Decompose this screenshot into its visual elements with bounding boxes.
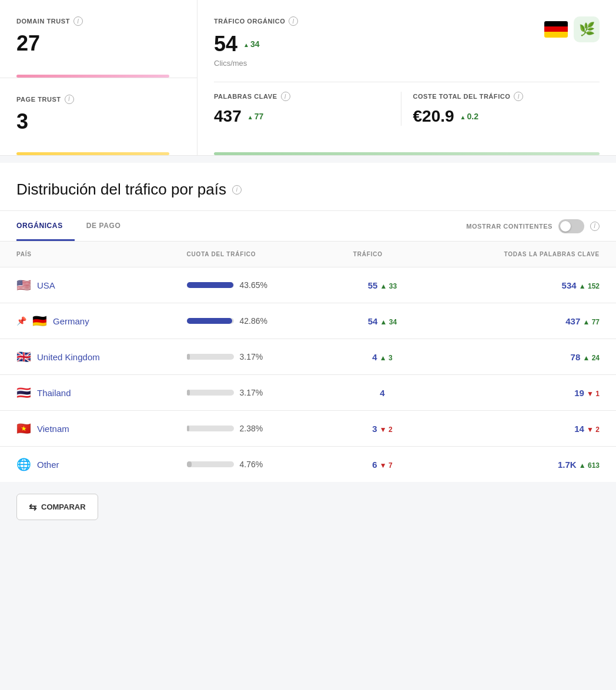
tab-organicas[interactable]: ORGÁNICAS	[16, 211, 75, 241]
bar-track	[187, 318, 234, 324]
tab-de-pago[interactable]: DE PAGO	[86, 211, 133, 241]
bar-track	[187, 390, 234, 396]
keywords-metric: PALABRAS CLAVE i 437 77	[214, 92, 401, 126]
keywords-value: 437 77	[214, 107, 389, 126]
organic-traffic-info-icon[interactable]: i	[289, 16, 298, 26]
page-trust-info-icon[interactable]: i	[65, 95, 74, 104]
table-row: 🇹🇭Thailand3.17%419 ▼ 1	[0, 375, 616, 411]
traffic-cost-value: €20.9 0.2	[413, 107, 588, 126]
compare-label: COMPARAR	[41, 503, 86, 511]
bar-track	[187, 282, 234, 288]
traffic-share-cell: 3.17%	[170, 339, 337, 375]
keywords-cell: 19 ▼ 1	[428, 375, 616, 411]
traffic-cell: 4	[337, 375, 428, 411]
compare-button[interactable]: ⇆ COMPARAR	[16, 494, 98, 520]
keywords-info-icon[interactable]: i	[281, 92, 290, 101]
organic-traffic-sub: Clics/mes	[214, 59, 298, 68]
toggle-info-icon[interactable]: i	[590, 222, 600, 231]
keywords-cell: 437 ▲ 77	[428, 303, 616, 339]
organic-traffic-label: TRÁFICO ORGÁNICO i	[214, 16, 298, 26]
bar-fill	[187, 390, 190, 396]
tabs-right: MOSTRAR CONTITENTES i	[466, 219, 600, 233]
traffic-cell: 6 ▼ 7	[337, 447, 428, 483]
traffic-cost-metric: COSTE TOTAL DEL TRÁFICO i €20.9 0.2	[401, 92, 600, 126]
domain-trust-info-icon[interactable]: i	[73, 16, 83, 26]
pct-text: 3.17%	[240, 388, 263, 397]
flag-icon: 🇬🇧	[16, 350, 31, 364]
country-cell[interactable]: 🇬🇧United Kingdom	[0, 339, 170, 375]
section-info-icon[interactable]: i	[232, 185, 242, 195]
pct-text: 4.76%	[240, 460, 263, 469]
country-table: PAÍS CUOTA DEL TRÁFICO TRÁFICO TODAS LA …	[0, 242, 616, 482]
tabs-left: ORGÁNICAS DE PAGO	[16, 211, 144, 241]
organic-delta: 34	[243, 39, 259, 49]
domain-trust-label: DOMAIN TRUST i	[16, 16, 180, 26]
col-keywords: TODAS LA PALABRAS CLAVE	[428, 242, 616, 267]
country-name: Thailand	[37, 388, 71, 398]
country-name: Vietnam	[37, 424, 69, 434]
bar-track	[187, 354, 234, 360]
keywords-cell: 534 ▲ 152	[428, 267, 616, 303]
keywords-cell: 14 ▼ 2	[428, 411, 616, 447]
compare-icon: ⇆	[29, 501, 36, 513]
traffic-share-cell: 4.76%	[170, 447, 337, 483]
flag-icon: 🇺🇸	[16, 278, 31, 292]
pct-text: 2.38%	[240, 424, 263, 433]
continents-toggle[interactable]	[558, 219, 584, 233]
flag-icon: 🇹🇭	[16, 386, 31, 400]
tabs-row: ORGÁNICAS DE PAGO MOSTRAR CONTITENTES i	[0, 211, 616, 242]
page-trust-label: PAGE TRUST i	[16, 95, 180, 104]
country-cell[interactable]: 📌🇩🇪Germany	[0, 303, 170, 339]
organic-traffic-card: TRÁFICO ORGÁNICO i 54 34 Clics/mes 🌿	[197, 0, 616, 155]
bar-track	[187, 426, 234, 431]
bar-fill	[187, 461, 192, 467]
pct-text: 43.65%	[240, 280, 267, 290]
country-name: USA	[37, 280, 55, 290]
domain-trust-card: DOMAIN TRUST i 27	[0, 0, 197, 78]
traffic-cell: 4 ▲ 3	[337, 339, 428, 375]
traffic-cost-info-icon[interactable]: i	[514, 92, 523, 101]
bar-fill	[187, 354, 190, 360]
flag-icon: 🇩🇪	[32, 314, 47, 328]
col-traffic: TRÁFICO	[337, 242, 428, 267]
table-row: 📌🇩🇪Germany42.86%54 ▲ 34437 ▲ 77	[0, 303, 616, 339]
flag-icon: 🇻🇳	[16, 421, 31, 436]
table-row: 🇺🇸USA43.65%55 ▲ 33534 ▲ 152	[0, 267, 616, 303]
col-country: PAÍS	[0, 242, 170, 267]
domain-trust-value: 27	[16, 32, 180, 55]
table-row: 🌐Other4.76%6 ▼ 71.7K ▲ 613	[0, 447, 616, 483]
page-trust-card: PAGE TRUST i 3	[0, 78, 197, 156]
organic-traffic-value: 54 34	[214, 32, 298, 56]
keywords-cell: 1.7K ▲ 613	[428, 447, 616, 483]
country-cell[interactable]: 🇹🇭Thailand	[0, 375, 170, 411]
country-name: United Kingdom	[37, 352, 100, 362]
eco-badge: 🌿	[574, 16, 600, 42]
country-cell[interactable]: 🌐Other	[0, 447, 170, 483]
bar-track	[187, 461, 234, 467]
pct-text: 42.86%	[240, 316, 267, 326]
traffic-cell: 54 ▲ 34	[337, 303, 428, 339]
traffic-share-cell: 2.38%	[170, 411, 337, 447]
bar-fill	[187, 318, 233, 324]
traffic-share-cell: 3.17%	[170, 375, 337, 411]
pin-icon: 📌	[16, 316, 26, 326]
bar-fill	[187, 426, 189, 431]
traffic-cost-label: COSTE TOTAL DEL TRÁFICO i	[413, 92, 588, 101]
col-traffic-share: CUOTA DEL TRÁFICO	[170, 242, 337, 267]
section-header: Distribución del tráfico por país i	[0, 163, 616, 211]
pct-text: 3.17%	[240, 352, 263, 361]
country-cell[interactable]: 🇺🇸USA	[0, 267, 170, 303]
flag-icon: 🌐	[16, 457, 31, 471]
page-trust-value: 3	[16, 110, 180, 133]
german-flag	[544, 21, 568, 38]
country-cell[interactable]: 🇻🇳Vietnam	[0, 411, 170, 447]
traffic-cell: 3 ▼ 2	[337, 411, 428, 447]
keywords-delta: 77	[247, 112, 263, 121]
traffic-cost-delta: 0.2	[460, 112, 478, 121]
country-name: Other	[37, 460, 59, 470]
traffic-share-cell: 43.65%	[170, 267, 337, 303]
toggle-label: MOSTRAR CONTITENTES	[466, 223, 553, 230]
country-name: Germany	[53, 316, 89, 326]
keywords-label: PALABRAS CLAVE i	[214, 92, 389, 101]
section-title-text: Distribución del tráfico por país i	[16, 180, 600, 199]
